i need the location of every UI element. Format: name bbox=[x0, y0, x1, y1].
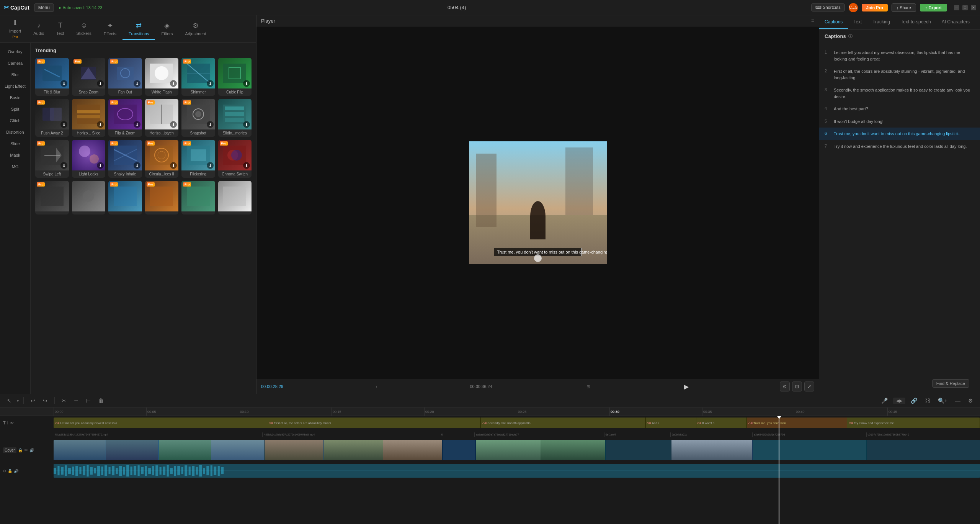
user-menu[interactable]: C...5 bbox=[849, 3, 858, 12]
video-track-controls: Cover 🔒 👁 🔊 bbox=[0, 439, 54, 462]
caption-seg-4[interactable]: A≡And i bbox=[646, 418, 696, 428]
undo-button[interactable]: ↩ bbox=[28, 396, 38, 405]
card-shaky-inhale[interactable]: Pro ⬇ Shaky Inhale bbox=[108, 140, 142, 178]
card-flickering[interactable]: Pro ⬇ Flickering bbox=[181, 140, 215, 178]
sidebar-item-mask[interactable]: Mask bbox=[2, 150, 29, 160]
caption-item-1[interactable]: 1 Let me tell you about my newest obsess… bbox=[819, 46, 980, 65]
sidebar-item-glitch[interactable]: Glitch bbox=[2, 115, 29, 126]
right-tab-text-to-speech[interactable]: Text-to-speech bbox=[895, 15, 936, 29]
delete-button[interactable]: 🗑 bbox=[96, 396, 106, 405]
join-pro-button[interactable]: Join Pro bbox=[862, 4, 888, 11]
zoom-out-button[interactable]: ◀▶ bbox=[893, 398, 905, 404]
sidebar-item-mg[interactable]: MG bbox=[2, 161, 29, 172]
share-button[interactable]: ↑ Share bbox=[892, 3, 916, 12]
filename-seg-8: c0167c71be16e8b27965b877bd45 bbox=[867, 432, 980, 437]
fullscreen-button[interactable]: ⤢ bbox=[804, 382, 814, 391]
record-button[interactable]: 🎤 bbox=[879, 396, 890, 405]
tab-filters[interactable]: ◈ Filters bbox=[155, 18, 179, 40]
download-icon: ⬇ bbox=[134, 121, 140, 128]
card-row4-6[interactable] bbox=[218, 181, 252, 215]
settings-button[interactable]: ⚙ bbox=[966, 396, 975, 405]
sidebar-item-distortion[interactable]: Distortion bbox=[2, 127, 29, 138]
sidebar-item-split[interactable]: Split bbox=[2, 104, 29, 115]
audio-track-content[interactable] bbox=[54, 464, 980, 478]
card-horiz-iptych[interactable]: Pro ⬇ Horizo...iptych bbox=[145, 99, 179, 137]
transitions-grid: Pro ⬇ Tilt & Blur Pro ⬇ Snap Zoom bbox=[35, 58, 252, 215]
right-tab-text[interactable]: Text bbox=[848, 15, 867, 29]
caption-seg-5[interactable]: A≡It won't b bbox=[696, 418, 747, 428]
tab-stickers[interactable]: ☺ Stickers bbox=[70, 18, 98, 39]
unlink-button[interactable]: ⛓ bbox=[923, 396, 933, 405]
right-tab-captions[interactable]: Captions bbox=[819, 15, 848, 29]
card-row4-5[interactable]: Pro bbox=[181, 181, 215, 215]
tab-text[interactable]: T Text bbox=[50, 18, 70, 39]
zoom-slider-button[interactable]: — bbox=[953, 396, 963, 405]
card-flip-zoom[interactable]: Pro ⬇ Flip & Zoom bbox=[108, 99, 142, 137]
export-button[interactable]: ↑ Export bbox=[920, 4, 947, 11]
card-swipe-left[interactable]: Pro ⬇ Swipe Left bbox=[35, 140, 69, 178]
caption-item-3[interactable]: 3 Secondly, the smooth application makes… bbox=[819, 84, 980, 103]
card-push-away-2[interactable]: Pro ⬇ Push Away 2 bbox=[35, 99, 69, 137]
find-replace-button[interactable]: Find & Replace bbox=[932, 379, 969, 388]
screenshot-button[interactable]: ⊙ bbox=[780, 382, 790, 391]
play-button[interactable]: ▶ bbox=[684, 383, 689, 390]
sidebar-item-basic[interactable]: Basic bbox=[2, 92, 29, 103]
link-button[interactable]: 🔗 bbox=[908, 396, 920, 405]
redo-button[interactable]: ↪ bbox=[41, 396, 50, 405]
maximize-button[interactable]: □ bbox=[962, 5, 968, 10]
card-light-leaks[interactable]: ⬇ Light Leaks bbox=[72, 140, 106, 178]
right-tab-ai-characters[interactable]: AI Characters bbox=[936, 15, 975, 29]
caption-seg-2[interactable]: A≡First of all, the colors are absolutel… bbox=[267, 418, 481, 428]
card-white-flash[interactable]: ⬇ White Flash bbox=[145, 58, 179, 96]
caption-seg-1[interactable]: A≡Let me tell you about my newest obsess… bbox=[54, 418, 267, 428]
card-row4-3[interactable]: Pro bbox=[108, 181, 142, 215]
player-panel: Player ≡ Trust me, you don't want to mis… bbox=[256, 15, 819, 394]
caption-seg-6-active[interactable]: A≡Trust me, you don't wan bbox=[747, 418, 847, 428]
player-menu-icon[interactable]: ≡ bbox=[811, 18, 814, 24]
card-row4-1[interactable]: Pro bbox=[35, 181, 69, 215]
card-cubic-flip[interactable]: ⬇ Cubic Flip bbox=[218, 58, 252, 96]
tab-adjustment[interactable]: ⚙ Adjustment bbox=[179, 18, 212, 40]
zoom-in-button[interactable]: 🔍+ bbox=[936, 396, 950, 405]
caption-seg-3[interactable]: A≡Secondly, the smooth applicatio bbox=[481, 418, 646, 428]
tab-audio[interactable]: ♪ Audio bbox=[27, 18, 50, 39]
video-track-content[interactable] bbox=[54, 440, 980, 460]
menu-button[interactable]: Menu bbox=[34, 3, 54, 12]
card-tilt-blur[interactable]: Pro ⬇ Tilt & Blur bbox=[35, 58, 69, 96]
tab-transitions[interactable]: ⇄ Transitions bbox=[122, 18, 155, 40]
caption-item-5[interactable]: 5 It won't budge all day long! bbox=[819, 115, 980, 128]
caption-item-4[interactable]: 4 And the best part? bbox=[819, 103, 980, 115]
sidebar-item-camera[interactable]: Camera bbox=[2, 58, 29, 69]
caption-item-7[interactable]: 7 Try it now and experience the luxuriou… bbox=[819, 140, 980, 153]
download-icon: ⬇ bbox=[97, 162, 104, 169]
shortcuts-button[interactable]: ⌨ Shortcuts bbox=[811, 3, 845, 11]
transitions-icon: ⇄ bbox=[136, 21, 142, 30]
caption-seg-7[interactable]: A≡Try it now and experience the bbox=[847, 418, 980, 428]
trim-left-button[interactable]: ⊣ bbox=[72, 396, 81, 405]
card-sliding-mories[interactable]: ⬇ Slidin...mories bbox=[218, 99, 252, 137]
card-circula-ices[interactable]: Pro ⬇ Circula...ices II bbox=[145, 140, 179, 178]
caption-item-2[interactable]: 2 First of all, the colors are absolutel… bbox=[819, 65, 980, 84]
sidebar-item-overlay[interactable]: Overlay bbox=[2, 46, 29, 57]
split-button[interactable]: ✂ bbox=[59, 396, 69, 405]
close-button[interactable]: ✕ bbox=[971, 5, 976, 10]
caption-item-6[interactable]: 6 Trust me, you don't want to miss out o… bbox=[819, 128, 980, 140]
sidebar-item-light-effect[interactable]: Light Effect bbox=[2, 81, 29, 92]
sidebar-item-slide[interactable]: Slide bbox=[2, 138, 29, 149]
tab-effects[interactable]: ✦ Effects bbox=[98, 18, 122, 40]
card-row4-4[interactable]: Pro bbox=[145, 181, 179, 215]
card-chroma-switch[interactable]: Pro ⬇ Chroma Switch bbox=[218, 140, 252, 178]
card-fan-out[interactable]: Pro ⬇ Fan Out bbox=[108, 58, 142, 96]
card-snap-zoom[interactable]: Pro ⬇ Snap Zoom bbox=[72, 58, 106, 96]
minimize-button[interactable]: ─ bbox=[954, 5, 959, 10]
card-shimmer[interactable]: Pro ⬇ Shimmer bbox=[181, 58, 215, 96]
layout-button[interactable]: ⊡ bbox=[792, 382, 802, 391]
card-row4-2[interactable] bbox=[72, 181, 106, 215]
select-tool-button[interactable]: ↖ bbox=[5, 396, 14, 405]
card-horiz-slice[interactable]: ⬇ Horizo... Slice bbox=[72, 99, 106, 137]
trim-right-button[interactable]: ⊢ bbox=[84, 396, 93, 405]
card-snapshot[interactable]: Pro ⬇ Snapshot bbox=[181, 99, 215, 137]
tab-import[interactable]: ⬇ Import Pro bbox=[3, 16, 27, 43]
sidebar-item-blur[interactable]: Blur bbox=[2, 69, 29, 80]
right-tab-tracking[interactable]: Tracking bbox=[867, 15, 895, 29]
